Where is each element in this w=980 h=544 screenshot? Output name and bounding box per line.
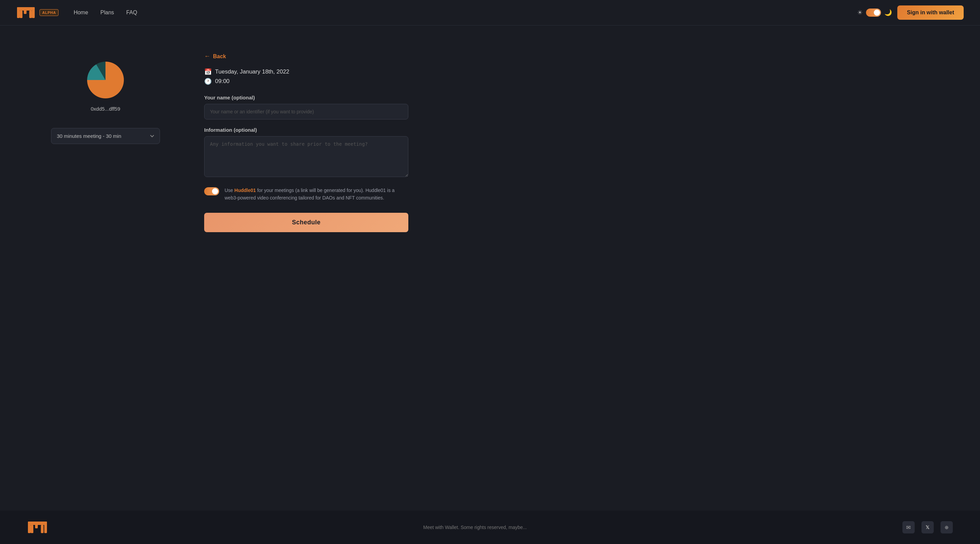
name-input[interactable] (204, 104, 408, 120)
back-link[interactable]: ← Back (204, 53, 408, 60)
footer: Meet with Wallet. Some rights reserved, … (0, 510, 980, 544)
time-line: 🕐 09:00 (204, 78, 408, 85)
theme-controls: ☀ 🌙 (857, 8, 892, 17)
calendar-icon: 📅 (204, 68, 212, 76)
svg-rect-14 (41, 525, 43, 533)
svg-rect-5 (20, 11, 22, 18)
info-label: Information (optional) (204, 127, 408, 133)
header-left: ALPHA Home Plans FAQ (16, 6, 137, 19)
sun-icon: ☀ (857, 9, 862, 16)
date-line: 📅 Tuesday, January 18th, 2022 (204, 68, 408, 76)
discord-icon[interactable]: ⊕ (940, 521, 953, 533)
main-nav: Home Plans FAQ (73, 10, 137, 16)
meeting-type-wrapper: 30 minutes meeting - 30 min 60 minutes m… (51, 128, 160, 144)
alpha-badge: ALPHA (40, 9, 59, 16)
huddle-description: Use Huddle01 for your meetings (a link w… (224, 187, 408, 202)
huddle-text-pre: Use (224, 188, 234, 193)
header-right: ☀ 🌙 Sign in with wallet (857, 5, 964, 20)
left-panel: 0xdd5...dff59 30 minutes meeting - 30 mi… (34, 46, 177, 483)
wallet-address: 0xdd5...dff59 (91, 106, 120, 112)
email-icon-glyph: ✉ (906, 524, 911, 531)
sign-in-button[interactable]: Sign in with wallet (897, 5, 964, 20)
twitter-icon[interactable]: 𝕏 (921, 521, 934, 533)
right-panel: ← Back 📅 Tuesday, January 18th, 2022 🕐 0… (204, 46, 408, 483)
avatar-chart (85, 59, 126, 101)
main-content: 0xdd5...dff59 30 minutes meeting - 30 mi… (0, 26, 980, 510)
huddle-link[interactable]: Huddle01 (234, 188, 256, 193)
back-label: Back (213, 53, 226, 59)
svg-rect-4 (32, 7, 35, 18)
footer-logo-icon (27, 520, 48, 534)
back-arrow-icon: ← (204, 53, 210, 60)
header: ALPHA Home Plans FAQ ☀ 🌙 Sign in with wa… (0, 0, 980, 26)
huddle-section: Use Huddle01 for your meetings (a link w… (204, 187, 408, 202)
info-textarea[interactable] (204, 136, 408, 177)
svg-rect-6 (29, 11, 32, 18)
date-value: Tuesday, January 18th, 2022 (215, 69, 289, 75)
svg-rect-13 (30, 525, 33, 533)
theme-toggle[interactable] (866, 8, 881, 17)
schedule-button[interactable]: Schedule (204, 213, 408, 232)
svg-rect-12 (44, 522, 47, 533)
discord-icon-glyph: ⊕ (945, 525, 949, 530)
clock-icon: 🕐 (204, 78, 212, 85)
time-value: 09:00 (215, 78, 230, 85)
nav-faq[interactable]: FAQ (126, 10, 137, 16)
footer-icons: ✉ 𝕏 ⊕ (902, 521, 953, 533)
huddle-toggle[interactable] (204, 187, 219, 195)
nav-home[interactable]: Home (73, 10, 88, 16)
logo-icon (16, 6, 35, 19)
footer-copy: Meet with Wallet. Some rights reserved, … (423, 525, 527, 530)
email-icon[interactable]: ✉ (902, 521, 915, 533)
moon-icon: 🌙 (885, 9, 892, 16)
date-time-info: 📅 Tuesday, January 18th, 2022 🕐 09:00 (204, 68, 408, 85)
name-label: Your name (optional) (204, 95, 408, 101)
twitter-icon-glyph: 𝕏 (926, 525, 929, 530)
meeting-type-select[interactable]: 30 minutes meeting - 30 min 60 minutes m… (51, 128, 160, 144)
nav-plans[interactable]: Plans (100, 10, 114, 16)
